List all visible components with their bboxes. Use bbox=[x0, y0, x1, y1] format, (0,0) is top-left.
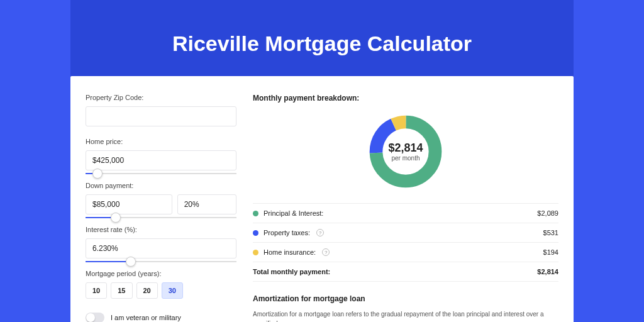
breakdown-total-row: Total monthly payment:$2,814 bbox=[253, 262, 558, 282]
mortgage-period-label: Mortgage period (years): bbox=[86, 270, 236, 277]
interest-rate-label: Interest rate (%): bbox=[86, 226, 236, 233]
breakdown-amount: $2,089 bbox=[537, 209, 558, 217]
interest-rate-field-wrap: Interest rate (%): bbox=[86, 226, 236, 258]
mortgage-period-chips: 10152030 bbox=[86, 282, 236, 299]
breakdown-label: Principal & Interest: bbox=[264, 209, 323, 217]
breakdown-row: Home insurance:?$194 bbox=[253, 243, 558, 262]
breakdown-heading: Monthly payment breakdown: bbox=[253, 94, 558, 103]
breakdown-row: Property taxes:?$531 bbox=[253, 223, 558, 243]
donut-center: $2,814 per month bbox=[367, 113, 445, 191]
breakdown-table: Principal & Interest:$2,089Property taxe… bbox=[253, 203, 558, 282]
info-icon[interactable]: ? bbox=[322, 248, 330, 256]
zip-field-wrap: Property Zip Code: bbox=[86, 94, 236, 126]
results-panel: Monthly payment breakdown: $2,814 per mo… bbox=[253, 94, 558, 322]
interest-rate-slider[interactable] bbox=[86, 261, 236, 262]
veteran-label: I am veteran or military bbox=[111, 314, 181, 321]
home-price-input[interactable] bbox=[86, 150, 236, 170]
inputs-panel: Property Zip Code: Home price: Down paym… bbox=[86, 94, 236, 322]
amortization-section: Amortization for mortgage loan Amortizat… bbox=[253, 294, 558, 322]
breakdown-amount: $531 bbox=[543, 229, 558, 236]
legend-dot bbox=[253, 230, 258, 236]
zip-input[interactable] bbox=[86, 106, 236, 126]
down-payment-slider[interactable] bbox=[86, 217, 236, 218]
page-title: Riceville Mortgage Calculator bbox=[70, 31, 574, 56]
app-frame: Riceville Mortgage Calculator Property Z… bbox=[70, 0, 574, 322]
breakdown-total-label: Total monthly payment: bbox=[253, 268, 330, 275]
breakdown-label: Property taxes: bbox=[264, 229, 310, 236]
home-price-slider[interactable] bbox=[86, 173, 236, 174]
period-chip-10[interactable]: 10 bbox=[86, 282, 107, 299]
breakdown-amount: $194 bbox=[543, 248, 558, 256]
interest-rate-input[interactable] bbox=[86, 238, 236, 258]
period-chip-20[interactable]: 20 bbox=[136, 282, 158, 299]
veteran-toggle[interactable] bbox=[86, 313, 104, 322]
down-payment-amount-input[interactable] bbox=[86, 194, 172, 214]
donut-wrap: $2,814 per month bbox=[253, 113, 558, 191]
down-payment-percent-input[interactable] bbox=[177, 194, 236, 214]
info-icon[interactable]: ? bbox=[316, 229, 324, 236]
donut-total: $2,814 bbox=[388, 142, 423, 155]
calculator-card: Property Zip Code: Home price: Down paym… bbox=[70, 76, 574, 322]
zip-label: Property Zip Code: bbox=[86, 94, 236, 101]
breakdown-row: Principal & Interest:$2,089 bbox=[253, 204, 558, 223]
donut-chart: $2,814 per month bbox=[367, 113, 445, 191]
legend-dot bbox=[253, 250, 258, 255]
home-price-label: Home price: bbox=[86, 138, 236, 145]
period-chip-30[interactable]: 30 bbox=[162, 282, 183, 299]
breakdown-label: Home insurance: bbox=[264, 248, 316, 256]
donut-sub: per month bbox=[391, 155, 419, 162]
legend-dot bbox=[253, 211, 258, 216]
amortization-title: Amortization for mortgage loan bbox=[253, 294, 558, 303]
amortization-body: Amortization for a mortgage loan refers … bbox=[253, 309, 558, 322]
down-payment-label: Down payment: bbox=[86, 182, 236, 189]
down-payment-field-wrap: Down payment: bbox=[86, 182, 236, 214]
home-price-field-wrap: Home price: bbox=[86, 138, 236, 170]
veteran-row: I am veteran or military bbox=[86, 313, 236, 322]
breakdown-total-amount: $2,814 bbox=[537, 268, 558, 275]
period-chip-15[interactable]: 15 bbox=[111, 282, 132, 299]
